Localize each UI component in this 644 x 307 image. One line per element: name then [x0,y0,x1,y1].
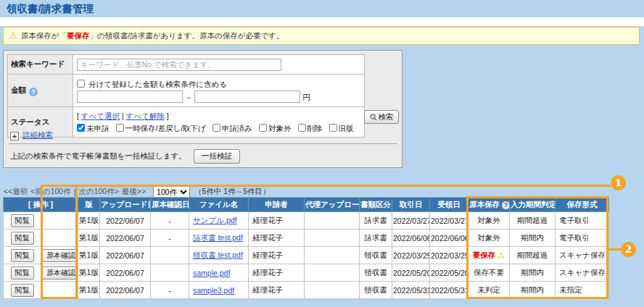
trade-date-cell: 2022/05/20 [392,264,430,282]
search-icon [370,114,377,121]
receipt-date-cell: 2022/03/27 [430,212,468,230]
version-cell: 第1版 [78,230,100,247]
original-save-cell: 対象外 [468,212,510,230]
col-header: [ 操作 ] [4,198,78,212]
status-checkbox-5[interactable] [329,124,337,132]
original-save-cell: 対象外 [468,230,510,247]
applicant-cell: 経理花子 [249,247,305,264]
result-range: （5件中 1件～5件目） [194,187,270,197]
bulk-verify-button[interactable]: 一括検証 [194,149,240,164]
trade-date-cell: 2022/06/06 [392,230,430,247]
trade-date-cell: 2022/03/25 [392,247,430,264]
col-header: 版 [78,198,100,212]
view-button[interactable]: 閲覧 [11,249,34,262]
file-cell: 領収書 test.pdf [189,247,249,264]
original-save-status: 保存不要 [474,268,504,277]
warning-icon: ⚠ [9,30,17,41]
save-format-cell: スキャナ保存 [556,247,609,264]
form-divider [9,143,397,144]
page-last-link[interactable]: 最後>> [122,187,146,197]
alert-text-pre: 原本保存が「 [21,31,67,40]
col-header: 申請者 [249,198,305,212]
amount-label: 金額 [11,85,26,94]
bracket-sep: | [122,112,124,120]
expand-plus-icon[interactable]: + [10,132,19,140]
help-icon[interactable]: ? [502,201,510,209]
original-save-cell: 要保存⚠ [468,247,510,264]
view-button[interactable]: 閲覧 [11,284,34,297]
file-link[interactable]: 請求書 test.pdf [193,233,243,242]
view-cell: 閲覧 [4,282,41,299]
documents-table: [ 操作 ]版アップロード日原本確認日ファイル名申請者代理アップロード書類区分取… [3,197,609,299]
original-save-status: 対象外 [477,233,500,242]
alert-text-post: 」の領収書/請求書があります。原本の保存が必要です。 [90,31,284,40]
original-save-status: 要保存 [473,251,496,259]
view-button[interactable]: 閲覧 [11,266,34,279]
status-checkbox-2[interactable] [212,124,220,132]
file-link[interactable]: サンプル.pdf [193,216,237,224]
upload-date-cell: 2022/06/07 [100,282,151,299]
confirm-cell [41,230,78,247]
status-checkbox-1[interactable] [116,124,124,132]
original-confirm-button[interactable]: 原本確認 [42,249,78,262]
select-all-link[interactable]: すべて選択 [81,112,120,120]
amount-from-input[interactable] [77,91,183,103]
col-header: 原本確認日 [151,198,189,212]
amount-include-checkbox[interactable] [77,80,85,88]
alert-text-emphasis: 要保存 [67,31,90,40]
version-cell: 第1版 [78,282,100,299]
file-cell: 請求書 test.pdf [189,230,249,247]
col-header-label: 代理アップロード [305,200,360,209]
file-link[interactable]: sample.pdf [193,269,230,277]
applicant-cell: 経理花子 [249,282,305,299]
period-judge-cell: 期間内 [510,282,556,299]
original-save-status: 対象外 [477,216,500,224]
original-save-status: 未判定 [477,285,500,294]
file-link[interactable]: sample3.pdf [193,286,234,295]
original-confirm-button[interactable]: 原本確認 [42,266,78,279]
search-button[interactable]: 検索 [364,110,399,124]
confirm-date-cell [151,264,189,282]
col-header: 受領日 [430,198,468,212]
col-header: 原本保存? [468,198,510,212]
clear-all-link[interactable]: すべて解除 [126,112,165,120]
file-cell: sample3.pdf [189,282,249,299]
col-header-label: 原本保存 [469,200,500,209]
period-judge-cell: 期間内 [510,264,556,282]
confirm-cell: 原本確認 [41,247,78,264]
status-checkbox-label: 一時保存/差戻し/取下げ [125,124,206,133]
period-judge-cell: 期間超過 [510,212,556,230]
status-checkbox-label: 旧版 [339,124,354,133]
advanced-search-link[interactable]: 詳細検索 [22,130,53,139]
col-header: アップロード日 [100,198,151,212]
col-header-label: 申請者 [265,200,288,209]
amount-checkbox-label: 分けて登録した金額も検索条件に含める [88,80,227,88]
proxy-upload-cell [305,247,360,264]
page-next-link[interactable]: 次の100件> [78,187,118,197]
version-cell: 第1版 [78,247,100,264]
upload-date-cell: 2022/06/07 [100,212,151,230]
bracket-open: [ [77,112,79,120]
proxy-upload-cell [305,212,360,230]
file-link[interactable]: 領収書 test.pdf [193,251,243,259]
applicant-cell: 経理花子 [249,212,305,230]
status-checkbox-3[interactable] [259,124,267,132]
table-row: 閲覧第1版2022/06/07-サンプル.pdf経理花子請求書2022/03/2… [4,212,609,230]
upload-date-cell: 2022/06/07 [100,230,151,247]
col-header: 入力期間判定? [510,198,556,212]
page-prev-link[interactable]: <前の100件 [30,187,70,197]
status-checkbox-0[interactable] [77,124,85,132]
table-row: 閲覧第1版2022/06/07-sample3.pdf経理花子領収書2022/0… [4,282,609,299]
view-button[interactable]: 閲覧 [11,232,34,245]
confirm-cell [41,282,78,299]
amount-help-icon[interactable]: ? [29,88,38,96]
col-header-label: 原本確認日 [152,200,189,209]
save-format-cell: 電子取引 [556,230,609,247]
view-button[interactable]: 閲覧 [11,214,34,227]
page-first-link[interactable]: <<最初 [4,187,28,197]
keyword-input[interactable] [77,59,281,71]
upload-date-cell: 2022/06/07 [100,264,151,282]
amount-to-input[interactable] [194,91,300,103]
doc-type-cell: 請求書 [360,230,392,247]
status-checkbox-4[interactable] [298,124,306,132]
